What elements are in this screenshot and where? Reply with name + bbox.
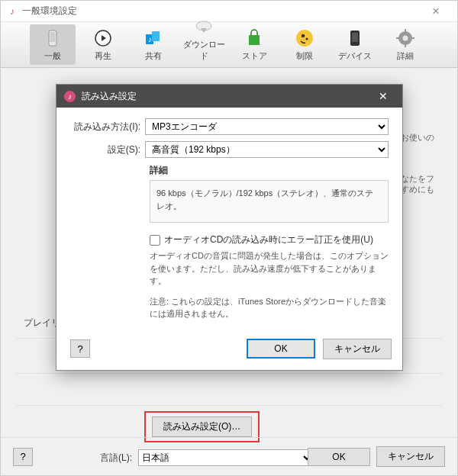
parent-close-button[interactable]: × (421, 5, 451, 18)
tab-label: ダウンロード (181, 39, 227, 62)
gear-icon (395, 27, 416, 49)
parent-title: 一般環境設定 (22, 5, 77, 18)
tab-label: デバイス (338, 50, 372, 62)
preferences-toolbar: 一般 再生 ♪ 共有 ダウンロード ストア (1, 22, 457, 68)
error-correction-checkbox[interactable] (150, 235, 160, 246)
parent-cancel-button[interactable]: キャンセル (376, 446, 445, 467)
tab-store[interactable]: ストア (231, 24, 277, 65)
svg-rect-14 (352, 33, 358, 42)
import-method-select[interactable]: MP3エンコーダ (145, 118, 389, 135)
sharing-icon: ♪ (143, 27, 164, 49)
details-box: 96 kbps（モノラル）/192 kbps（ステレオ）、通常のステレオ。 (150, 180, 389, 223)
itunes-icon: ♪ (64, 91, 76, 102)
svg-rect-9 (249, 35, 260, 45)
svg-rect-1 (50, 32, 56, 42)
bag-icon (244, 27, 265, 49)
parent-help-button[interactable]: ? (13, 448, 33, 466)
dialog-help-button[interactable]: ? (70, 339, 90, 358)
svg-point-10 (296, 30, 313, 47)
tab-label: 制限 (296, 50, 313, 62)
tab-advanced[interactable]: 詳細 (382, 24, 428, 65)
bg-text: なたをフ (401, 173, 434, 185)
svg-rect-20 (411, 37, 414, 39)
tab-restrictions[interactable]: 制限 (282, 24, 327, 65)
device-icon (344, 27, 366, 49)
tab-general[interactable]: 一般 (30, 24, 76, 65)
svg-point-16 (403, 36, 408, 41)
tab-label: 詳細 (397, 50, 414, 62)
import-method-row: 読み込み方法(I): MP3エンコーダ (70, 118, 389, 135)
phone-icon (42, 27, 63, 49)
import-settings-button[interactable]: 読み込み設定(O)… (152, 416, 252, 437)
dialog-close-button[interactable]: ✕ (372, 90, 395, 102)
svg-rect-5 (152, 31, 160, 41)
error-correction-row: オーディオCDの読み込み時にエラー訂正を使用(U) (150, 233, 389, 246)
svg-point-12 (305, 37, 308, 40)
dialog-cancel-button[interactable]: キャンセル (323, 339, 392, 359)
setting-select[interactable]: 高音質（192 kbps） (145, 141, 389, 158)
tab-devices[interactable]: デバイス (332, 24, 378, 65)
setting-row: 設定(S): 高音質（192 kbps） (70, 141, 389, 158)
ec-note: オーディオCDの音質に問題が発生した場合は、このオプションを使います。ただし、読… (150, 249, 389, 288)
tab-downloads[interactable]: ダウンロード (181, 13, 227, 65)
itunes-icon: ♪ (7, 6, 18, 17)
svg-point-11 (302, 34, 305, 38)
dialog-title: 読み込み設定 (82, 90, 137, 103)
svg-text:♪: ♪ (148, 35, 152, 43)
details-heading: 詳細 (150, 164, 389, 177)
dialog-footer: ? OK キャンセル (56, 334, 402, 370)
tab-label: 再生 (95, 50, 111, 62)
svg-rect-19 (396, 37, 399, 39)
parental-icon (294, 27, 315, 49)
dialog-body: 読み込み方法(I): MP3エンコーダ 設定(S): 高音質（192 kbps）… (56, 108, 402, 330)
import-settings-dialog: ♪ 読み込み設定 ✕ 読み込み方法(I): MP3エンコーダ 設定(S): 高音… (56, 84, 403, 371)
setting-label: 設定(S): (70, 143, 145, 156)
dialog-ok-button[interactable]: OK (247, 339, 315, 359)
tab-label: 一般 (44, 50, 61, 62)
dialog-titlebar: ♪ 読み込み設定 ✕ (56, 85, 402, 108)
tab-label: ストア (242, 50, 267, 62)
parent-footer: ? OK キャンセル (1, 437, 457, 475)
svg-rect-17 (405, 29, 406, 32)
svg-rect-18 (405, 44, 406, 47)
tab-sharing[interactable]: ♪ 共有 (131, 24, 176, 65)
tab-playback[interactable]: 再生 (80, 24, 126, 65)
import-method-label: 読み込み方法(I): (70, 121, 145, 133)
cloud-download-icon (193, 16, 214, 37)
store-note: 注意: これらの設定は、iTunes Storeからダウンロードした音楽には適用… (150, 295, 389, 320)
play-icon (92, 27, 114, 49)
parent-ok-button[interactable]: OK (308, 448, 370, 466)
tab-label: 共有 (145, 50, 162, 62)
error-correction-label: オーディオCDの読み込み時にエラー訂正を使用(U) (164, 233, 373, 246)
parent-titlebar: ♪ 一般環境設定 × (1, 1, 457, 22)
